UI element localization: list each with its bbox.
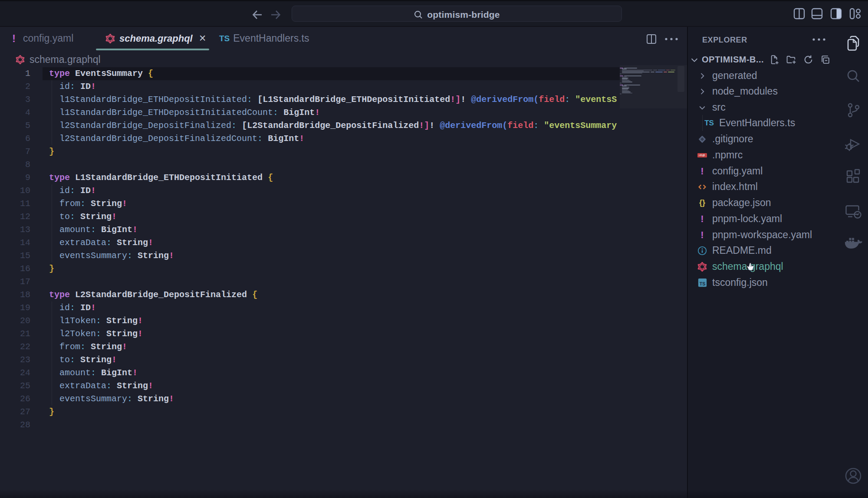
svg-text:TS: TS [699, 281, 705, 286]
